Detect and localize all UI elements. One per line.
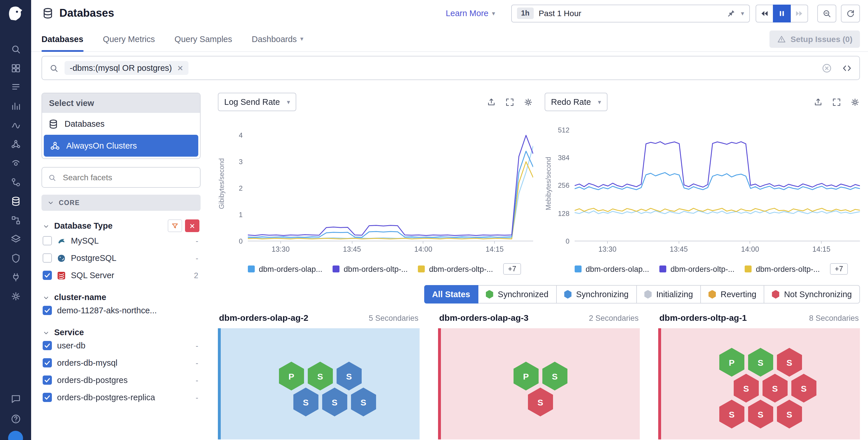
facet-item-mysql[interactable]: MySQL-	[41, 232, 200, 249]
learn-more-dropdown[interactable]: Learn More ▾	[446, 9, 495, 18]
security-icon[interactable]	[7, 250, 24, 266]
metric-select-log-send-rate[interactable]: Log Send Rate▾	[218, 93, 297, 111]
checkbox[interactable]	[43, 253, 52, 263]
legend-item[interactable]: dbm-orders-oltp-...	[660, 265, 735, 273]
facet-clear-button[interactable]	[185, 219, 199, 232]
settings-icon[interactable]	[7, 288, 24, 304]
time-range-chip[interactable]: 1h	[517, 7, 533, 19]
refresh-button[interactable]	[841, 4, 860, 22]
primary-replica-hexagon[interactable]: P	[719, 348, 744, 377]
facet-item-sql-server[interactable]: SQL Server2	[41, 267, 200, 284]
checkbox[interactable]	[43, 236, 52, 245]
pin-icon[interactable]	[726, 8, 736, 18]
search-icon[interactable]	[7, 41, 24, 57]
legend-overflow-badge[interactable]: +7	[503, 263, 521, 275]
state-filter-synchronized[interactable]: Synchronized	[477, 285, 556, 304]
chat-icon[interactable]	[7, 391, 24, 407]
primary-replica-hexagon[interactable]: P	[279, 362, 304, 391]
secondary-replica-hexagon[interactable]: S	[748, 348, 773, 377]
core-section-header[interactable]: CORE	[41, 195, 200, 211]
facet-item-demo-11287-aks-northce[interactable]: demo-11287-aks-northce...	[41, 302, 200, 319]
facet-group-header[interactable]: Database Type	[41, 219, 200, 232]
watchdog-icon[interactable]	[7, 155, 24, 171]
skip-forward-button[interactable]	[790, 4, 808, 22]
logs-icon[interactable]	[7, 79, 24, 95]
chevron-down-icon[interactable]: ▾	[741, 9, 744, 17]
facet-item-user-db[interactable]: user-db-	[41, 337, 200, 354]
time-range-picker[interactable]: 1h Past 1 Hour ▾	[511, 4, 750, 22]
network-icon[interactable]	[7, 212, 24, 228]
legend-item[interactable]: dbm-orders-oltp-...	[745, 265, 820, 273]
clear-search-icon[interactable]	[821, 63, 832, 73]
secondary-replica-hexagon[interactable]: S	[777, 348, 802, 377]
cluster-card-dbm-orders-olap-ag-2[interactable]: dbm-orders-olap-ag-25 SecondariesPSSSSS	[218, 313, 420, 439]
infrastructure-icon[interactable]	[7, 60, 24, 76]
secondary-replica-hexagon[interactable]: S	[719, 400, 744, 429]
cluster-card-dbm-orders-olap-ag-3[interactable]: dbm-orders-olap-ag-32 SecondariesPSS	[438, 313, 640, 439]
state-filter-not-synchronizing[interactable]: Not Synchronizing	[764, 285, 860, 304]
facet-item-orders-db-mysql[interactable]: orders-db-mysql-	[41, 354, 200, 371]
export-icon[interactable]	[487, 97, 496, 107]
view-option-databases[interactable]: Databases	[42, 113, 200, 135]
legend-item[interactable]: dbm-orders-olap...	[248, 265, 322, 273]
state-filter-synchronizing[interactable]: Synchronizing	[556, 285, 637, 304]
expand-icon[interactable]	[505, 97, 515, 107]
checkbox[interactable]	[43, 393, 52, 402]
search-bar[interactable]: -dbms:(mysql OR postgres) ✕	[41, 56, 860, 80]
datadog-logo-icon[interactable]	[6, 5, 25, 24]
databases-icon[interactable]	[7, 193, 24, 209]
gear-icon[interactable]	[850, 97, 860, 107]
secondary-replica-hexagon[interactable]: S	[777, 400, 802, 429]
tab-query-samples[interactable]: Query Samples	[175, 27, 232, 51]
checkbox[interactable]	[43, 306, 52, 315]
primary-replica-hexagon[interactable]: P	[513, 362, 538, 391]
legend-item[interactable]: dbm-orders-oltp-...	[418, 265, 493, 273]
integrations-icon[interactable]	[7, 269, 24, 285]
gear-icon[interactable]	[523, 97, 533, 107]
apm-icon[interactable]	[7, 117, 24, 133]
secondary-replica-hexagon[interactable]: S	[762, 374, 787, 403]
secondary-replica-hexagon[interactable]: S	[308, 362, 333, 391]
legend-item[interactable]: dbm-orders-olap...	[575, 265, 649, 273]
secondary-replica-hexagon[interactable]: S	[528, 387, 553, 416]
checkbox[interactable]	[43, 341, 52, 350]
plot-area[interactable]: 13:3013:4514:0014:15	[248, 126, 533, 241]
remove-filter-icon[interactable]: ✕	[177, 64, 184, 72]
user-avatar[interactable]	[8, 431, 23, 440]
secondary-replica-hexagon[interactable]: S	[293, 387, 318, 416]
secondary-replica-hexagon[interactable]: S	[351, 387, 376, 416]
tab-dashboards[interactable]: Dashboards▾	[252, 27, 303, 51]
legend-overflow-badge[interactable]: +7	[830, 263, 848, 275]
metrics-icon[interactable]	[7, 98, 24, 114]
cluster-card-dbm-orders-oltp-ag-1[interactable]: dbm-orders-oltp-ag-18 SecondariesPSSSSSS…	[658, 313, 860, 439]
facet-search[interactable]	[41, 167, 200, 188]
facet-item-orders-db-postgres-replica[interactable]: orders-db-postgres-replica-	[41, 389, 200, 406]
checkbox[interactable]	[43, 358, 52, 367]
help-icon[interactable]	[7, 411, 24, 427]
setup-issues-button[interactable]: Setup Issues (0)	[769, 30, 860, 47]
facet-search-input[interactable]	[62, 172, 194, 182]
facet-group-header[interactable]: Service	[41, 328, 200, 337]
facet-group-header[interactable]: cluster-name	[41, 293, 200, 302]
legend-item[interactable]: dbm-orders-oltp-...	[333, 265, 408, 273]
state-filter-initializing[interactable]: Initializing	[636, 285, 701, 304]
plot-area[interactable]: 13:3013:4514:0014:15	[575, 126, 860, 241]
secondary-replica-hexagon[interactable]: S	[322, 387, 347, 416]
secondary-replica-hexagon[interactable]: S	[748, 400, 773, 429]
state-filter-reverting[interactable]: Reverting	[701, 285, 765, 304]
tab-query-metrics[interactable]: Query Metrics	[103, 27, 155, 51]
secondary-replica-hexagon[interactable]: S	[336, 362, 362, 391]
pause-button[interactable]	[773, 4, 791, 22]
code-view-icon[interactable]	[841, 63, 852, 73]
state-filter-all-states[interactable]: All States	[424, 285, 478, 304]
query-filter-chip[interactable]: -dbms:(mysql OR postgres) ✕	[65, 61, 188, 75]
tab-databases[interactable]: Databases	[41, 27, 83, 51]
checkbox[interactable]	[43, 375, 52, 385]
secondary-replica-hexagon[interactable]: S	[791, 374, 816, 403]
software-catalog-icon[interactable]	[7, 231, 24, 247]
facet-item-postgresql[interactable]: PostgreSQL-	[41, 249, 200, 267]
facet-filter-button[interactable]	[168, 219, 182, 232]
service-map-icon[interactable]	[7, 136, 24, 152]
metric-select-redo-rate[interactable]: Redo Rate▾	[545, 93, 608, 111]
facet-item-orders-db-postgres[interactable]: orders-db-postgres-	[41, 371, 200, 389]
